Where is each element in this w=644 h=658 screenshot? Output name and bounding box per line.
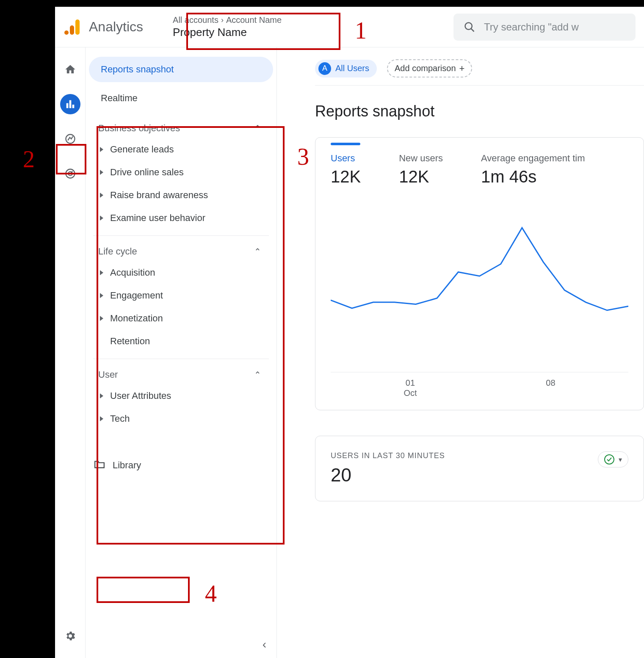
svg-rect-5 (66, 103, 68, 108)
breadcrumb-account-name: Account Name (226, 15, 282, 25)
sidebar-item-examine-user-behavior[interactable]: Examine user behavior (93, 207, 269, 229)
sidebar-item-drive-online-sales[interactable]: Drive online sales (93, 161, 269, 184)
segment-chip-all-users[interactable]: A All Users (315, 60, 377, 77)
svg-rect-1 (70, 25, 74, 35)
x-axis-ticks: 01 Oct 08 (331, 373, 628, 398)
sidebar-item-realtime[interactable]: Realtime (89, 86, 273, 111)
sidebar-item-reports-snapshot[interactable]: Reports snapshot (89, 57, 273, 82)
caret-right-icon (100, 316, 103, 321)
svg-point-8 (66, 135, 75, 144)
rail-advertising[interactable] (60, 163, 80, 184)
realtime-card-value: 20 (331, 464, 445, 486)
metric-users[interactable]: Users 12K (331, 153, 361, 186)
realtime-card: USERS IN LAST 30 MINUTES 20 ▾ (315, 436, 644, 501)
section-title: Business objectives (98, 123, 180, 134)
sidebar-section-life-cycle: Life cycle ⌃ Acquisition Engagement Mone… (93, 235, 269, 359)
product-name: Analytics (89, 19, 143, 35)
caret-right-icon (100, 193, 103, 198)
sidebar: Reports snapshot Realtime Business objec… (86, 47, 277, 658)
caret-right-icon (100, 416, 103, 421)
search-input[interactable]: Try searching "add w (453, 14, 636, 41)
metric-new-users[interactable]: New users 12K (399, 153, 443, 186)
caret-right-icon (100, 170, 103, 175)
breadcrumb-all-accounts: All accounts (173, 15, 218, 25)
chevron-up-icon: ⌃ (254, 123, 261, 133)
collapse-sidebar-button[interactable]: ‹ (263, 638, 266, 651)
rail-home[interactable] (60, 59, 80, 80)
rail-reports[interactable] (60, 94, 80, 114)
realtime-card-title: USERS IN LAST 30 MINUTES (331, 451, 445, 460)
caret-right-icon (100, 270, 103, 275)
annotation-number-2: 2 (23, 146, 35, 173)
folder-icon (94, 459, 105, 472)
account-property-picker[interactable]: All accounts › Account Name Property Nam… (168, 12, 287, 42)
sidebar-section-business-objectives: Business objectives ⌃ Generate leads Dri… (93, 113, 269, 235)
rail-explore[interactable] (60, 129, 80, 149)
status-dropdown[interactable]: ▾ (598, 451, 628, 467)
chevron-down-icon: ▾ (619, 456, 622, 464)
chevron-up-icon: ⌃ (254, 246, 261, 257)
body: Reports snapshot Realtime Business objec… (55, 47, 644, 658)
app-root: Analytics All accounts › Account Name Pr… (55, 7, 644, 658)
add-comparison-button[interactable]: Add comparison + (387, 59, 472, 77)
caret-right-icon (100, 216, 103, 221)
sidebar-item-generate-leads[interactable]: Generate leads (93, 138, 269, 161)
section-title: Life cycle (98, 246, 137, 257)
sidebar-item-tech[interactable]: Tech (93, 407, 269, 430)
nav-rail (55, 47, 86, 658)
sidebar-item-engagement[interactable]: Engagement (93, 284, 269, 307)
sidebar-item-user-attributes[interactable]: User Attributes (93, 384, 269, 407)
x-tick: 01 Oct (404, 378, 417, 398)
sidebar-item-retention[interactable]: Retention (93, 330, 269, 353)
svg-rect-6 (69, 100, 71, 108)
segment-label: All Users (335, 64, 369, 73)
svg-rect-0 (75, 19, 80, 35)
segment-badge: A (318, 62, 331, 75)
svg-point-2 (64, 30, 69, 35)
sidebar-section-user: User ⌃ User Attributes Tech (93, 359, 269, 436)
metric-avg-engagement[interactable]: Average engagement tim 1m 46s (481, 153, 585, 186)
svg-line-4 (471, 28, 474, 31)
page-title: Reports snapshot (315, 102, 644, 120)
property-name: Property Name (173, 26, 282, 39)
logo[interactable]: Analytics (64, 18, 143, 36)
main-content: A All Users Add comparison + Reports sna… (277, 47, 644, 658)
svg-point-3 (465, 22, 472, 29)
sidebar-item-raise-brand-awareness[interactable]: Raise brand awareness (93, 184, 269, 207)
sidebar-item-library[interactable]: Library (86, 453, 276, 478)
check-circle-icon (604, 454, 614, 464)
x-tick: 08 (546, 378, 555, 398)
metrics-card: Users 12K New users 12K Average engageme… (315, 137, 644, 410)
svg-rect-7 (72, 105, 74, 108)
caret-right-icon (100, 147, 103, 152)
section-header-life-cycle[interactable]: Life cycle ⌃ (93, 242, 269, 261)
plus-icon: + (459, 64, 465, 73)
line-chart (331, 212, 628, 373)
sidebar-item-monetization[interactable]: Monetization (93, 307, 269, 330)
section-title: User (98, 369, 118, 380)
section-header-business-objectives[interactable]: Business objectives ⌃ (93, 119, 269, 138)
search-placeholder: Try searching "add w (484, 21, 579, 33)
filter-bar: A All Users Add comparison + (315, 59, 644, 86)
breadcrumb: All accounts › Account Name (173, 15, 282, 25)
section-header-user[interactable]: User ⌃ (93, 365, 269, 384)
rail-admin[interactable] (60, 626, 80, 646)
sidebar-item-acquisition[interactable]: Acquisition (93, 261, 269, 284)
chevron-up-icon: ⌃ (254, 370, 261, 380)
caret-right-icon (100, 393, 103, 398)
search-icon (464, 21, 475, 33)
analytics-logo-icon (64, 18, 82, 36)
caret-right-icon (100, 293, 103, 298)
chevron-right-icon: › (221, 16, 224, 25)
metrics-row: Users 12K New users 12K Average engageme… (331, 153, 628, 186)
app-header: Analytics All accounts › Account Name Pr… (55, 7, 644, 47)
